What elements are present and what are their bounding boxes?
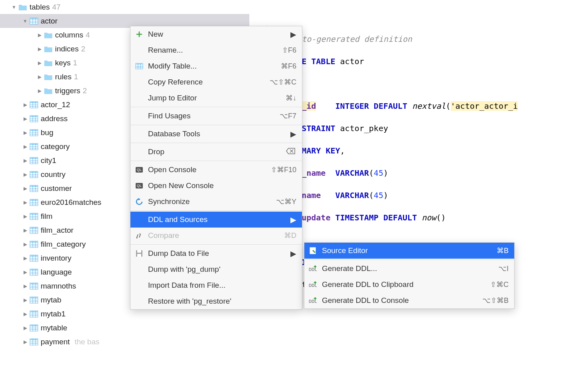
svg-text:DDL: DDL [309,283,317,288]
tree-table-mytable[interactable]: ▶mytable [0,321,249,335]
tree-label: category [41,142,70,151]
menu-label: DDL and Sources [148,215,290,224]
svg-rect-132 [137,250,141,253]
menu-item-generate-ddl[interactable]: DDLGenerate DDL...⌥I [304,261,514,277]
svg-marker-129 [136,238,138,239]
plus-icon [134,29,144,39]
menu-item-dump-data-to-file[interactable]: Dump Data to File▶ [130,245,302,261]
code-func: now [422,213,436,222]
svg-rect-109 [30,339,38,340]
tree-label: columns [55,31,83,39]
svg-text:QL: QL [137,184,142,188]
svg-rect-73 [30,255,38,257]
svg-rect-61 [30,227,38,229]
svg-text:DDL: DDL [309,299,317,304]
tree-label: customer [41,184,72,193]
source-edit-icon [308,246,318,255]
tree-label: triggers [55,86,80,95]
tree-root-tables[interactable]: ▼ tables 47 [0,0,249,14]
submenu-arrow-icon: ▶ [290,249,296,258]
menu-shortcut: ⇧⌘F10 [271,165,296,174]
tree-hint: the bas [75,338,99,346]
menu-label: Import Data from File... [148,281,296,290]
code-kw: VARCHAR [335,168,369,178]
table-icon [30,17,38,26]
menu-separator [130,210,302,211]
chevron-right-icon: ▶ [22,158,28,163]
menu-label: New [148,30,290,39]
menu-label: Synchronize [148,197,276,206]
table-icon [30,268,38,277]
folder-icon [44,73,53,81]
table-icon [30,212,38,221]
tree-label: actor [41,17,57,26]
menu-item-jump-to-editor[interactable]: Jump to Editor⌘↓ [130,90,302,106]
menu-item-find-usages[interactable]: Find Usages⌥F7 [130,108,302,124]
chevron-right-icon: ▶ [22,255,28,261]
svg-rect-1 [30,18,38,20]
menu-item-generate-ddl-to-clipboard[interactable]: DDLGenerate DDL to Clipboard⇧⌘C [304,277,514,293]
menu-item-import-data-from-file[interactable]: Import Data from File... [130,277,302,293]
chevron-right-icon: ▶ [22,283,28,289]
code-kw: TIMESTAMP DEFAULT [335,213,422,222]
menu-item-database-tools[interactable]: Database Tools▶ [130,126,302,142]
tree-label: tables [30,3,50,12]
menu-item-new[interactable]: New▶ [130,26,302,42]
menu-shortcut: ⌥F7 [280,112,296,120]
menu-item-synchronize[interactable]: Synchronize⌥⌘Y [130,194,302,210]
menu-item-generate-ddl-to-console[interactable]: DDLGenerate DDL to Console⌥⇧⌘B [304,293,514,308]
svg-rect-79 [30,269,38,271]
svg-rect-19 [30,130,38,131]
tree-table-payment[interactable]: ▶paymentthe bas [0,335,249,349]
menu-label: Drop [148,147,286,156]
chevron-right-icon: ▶ [22,339,28,345]
menu-item-dump-with-pg-dump[interactable]: Dump with 'pg_dump' [130,261,302,277]
blank-icon [134,265,144,274]
menu-shortcut: ⌥I [498,264,509,273]
delete-glyph-icon [286,147,296,157]
code-ident: actor [340,57,364,66]
chevron-right-icon: ▶ [37,88,42,94]
svg-rect-85 [30,283,38,285]
submenu-ddl-sources: Source Editor⌘BDDLGenerate DDL...⌥IDDLGe… [304,242,515,309]
svg-rect-13 [30,116,38,117]
menu-label: Dump with 'pg_dump' [148,265,296,274]
code-num: 45 [374,190,383,200]
menu-separator [130,125,302,125]
menu-separator [130,107,302,107]
table-icon [30,198,38,207]
chevron-right-icon: ▶ [22,130,28,135]
menu-label: Open New Console [148,181,296,190]
ddl-icon: DDL [308,296,318,305]
menu-shortcut: ⌥⌘Y [276,197,296,206]
submenu-arrow-icon: ▶ [290,215,296,224]
menu-label: Dump Data to File [148,249,290,258]
table-icon [30,184,38,193]
tree-label: inventory [41,254,71,263]
tree-label: rules [55,73,71,81]
chevron-right-icon: ▶ [22,200,28,205]
menu-item-open-new-console[interactable]: QLOpen New Console [130,178,302,194]
folder-icon [18,3,27,12]
tree-label: country [41,170,65,179]
menu-shortcut: ⇧⌘C [490,280,509,289]
menu-item-modify-table[interactable]: Modify Table...⌘F6 [130,58,302,74]
chevron-right-icon: ▶ [22,325,28,331]
svg-rect-55 [30,213,38,215]
blank-icon [134,215,144,224]
menu-item-source-editor[interactable]: Source Editor⌘B [304,243,514,259]
menu-item-rename[interactable]: Rename...⇧F6 [130,42,302,58]
menu-label: Generate DDL to Clipboard [322,280,490,289]
menu-item-drop[interactable]: Drop [130,144,302,160]
tree-label: mytab [41,296,61,304]
menu-shortcut: ⌥⇧⌘C [270,78,296,86]
tree-label: payment [41,338,70,346]
menu-item-restore-with-pg-restore[interactable]: Restore with 'pg_restore' [130,293,302,309]
context-menu: New▶Rename...⇧F6Modify Table...⌘F6Copy R… [130,26,302,310]
menu-item-open-console[interactable]: QLOpen Console⇧⌘F10 [130,162,302,178]
tree-label: film_category [41,240,86,249]
menu-item-ddl-and-sources[interactable]: DDL and Sources▶ [130,212,302,228]
table-icon [30,100,38,109]
menu-item-copy-reference[interactable]: Copy Reference⌥⇧⌘C [130,74,302,90]
submenu-arrow-icon: ▶ [290,30,296,39]
